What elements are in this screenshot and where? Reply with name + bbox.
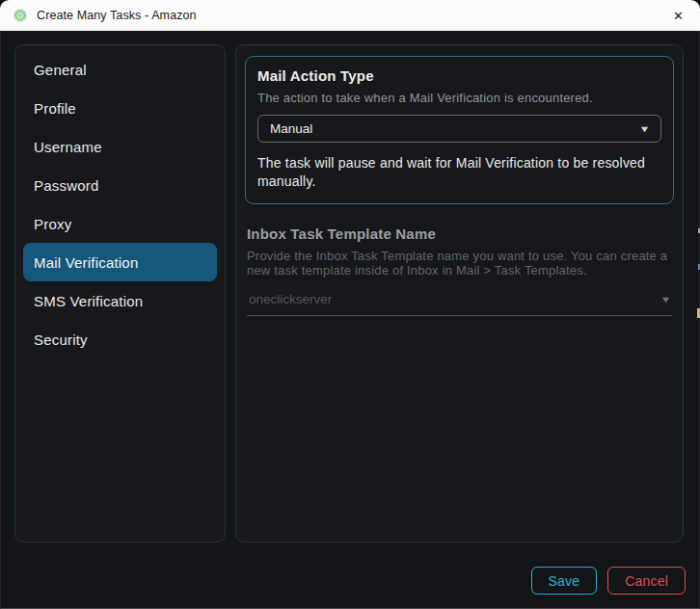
save-button[interactable]: Save	[531, 567, 598, 595]
mail-action-dropdown-value: Manual	[270, 121, 312, 136]
inbox-template-description: Provide the Inbox Task Template name you…	[247, 249, 672, 278]
dialog-body: General Profile Username Password Proxy	[0, 31, 700, 609]
chevron-down-icon: ▼	[639, 124, 651, 134]
close-icon: ✕	[673, 9, 684, 23]
cancel-button[interactable]: Cancel	[607, 567, 686, 595]
app-logo-icon	[13, 8, 28, 23]
sidebar-item-general[interactable]: General	[23, 50, 217, 89]
inbox-template-dropdown-value: oneclickserver	[249, 292, 332, 306]
footer-actions: Save Cancel	[531, 567, 687, 595]
sidebar-item-label: Profile	[34, 100, 76, 117]
chevron-down-icon: ▼	[660, 295, 672, 304]
sidebar-item-label: Mail Verification	[34, 254, 138, 271]
sidebar-item-label: General	[34, 62, 87, 78]
mail-action-dropdown[interactable]: Manual ▼	[257, 115, 661, 143]
title-bar[interactable]: Create Many Tasks - Amazon ✕	[0, 0, 700, 31]
content-panel: Mail Action Type The action to take when…	[235, 44, 684, 543]
sidebar-item-security[interactable]: Security	[23, 320, 217, 358]
inbox-template-section: Inbox Task Template Name Provide the Inb…	[247, 225, 672, 316]
sidebar-item-sms-verification[interactable]: SMS Verification	[23, 281, 217, 320]
sidebar-item-label: SMS Verification	[34, 293, 143, 309]
mail-action-note: The task will pause and wait for Mail Ve…	[257, 154, 661, 191]
sidebar-item-label: Username	[34, 139, 102, 155]
sidebar-item-username[interactable]: Username	[23, 127, 217, 166]
sidebar-item-profile[interactable]: Profile	[23, 89, 217, 127]
sidebar-item-mail-verification[interactable]: Mail Verification	[23, 243, 217, 281]
mail-action-section: Mail Action Type The action to take when…	[245, 56, 674, 204]
sidebar-nav: General Profile Username Password Proxy	[14, 44, 226, 543]
inbox-template-dropdown: oneclickserver ▼	[247, 292, 672, 316]
sidebar-item-password[interactable]: Password	[23, 166, 217, 204]
inbox-template-title: Inbox Task Template Name	[247, 225, 672, 242]
sidebar-item-label: Proxy	[34, 216, 71, 232]
mail-action-title: Mail Action Type	[257, 67, 661, 84]
sidebar-item-proxy[interactable]: Proxy	[23, 204, 217, 243]
sidebar-item-label: Security	[34, 331, 88, 348]
mail-action-description: The action to take when a Mail Verificat…	[257, 91, 661, 105]
sidebar-item-label: Password	[34, 177, 98, 194]
close-button[interactable]: ✕	[657, 0, 700, 31]
window-title: Create Many Tasks - Amazon	[37, 9, 197, 22]
create-many-tasks-dialog: Create Many Tasks - Amazon ✕ General Pro…	[0, 0, 700, 609]
